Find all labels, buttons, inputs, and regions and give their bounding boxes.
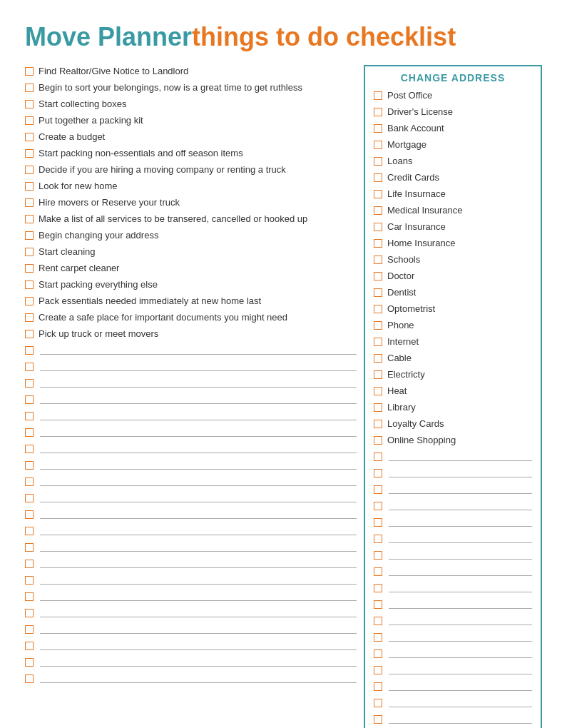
checkbox-icon[interactable] — [374, 157, 382, 166]
checkbox-icon[interactable] — [374, 584, 382, 592]
checkbox-icon[interactable] — [374, 633, 382, 642]
blank-line — [389, 485, 532, 494]
checkbox-icon[interactable] — [25, 527, 34, 535]
checkbox-icon[interactable] — [25, 67, 34, 76]
checkbox-icon[interactable] — [25, 198, 34, 207]
checkbox-icon[interactable] — [374, 223, 382, 231]
left-blank-item — [25, 344, 357, 357]
checkbox-icon[interactable] — [25, 592, 34, 601]
checkbox-icon[interactable] — [25, 395, 34, 404]
checkbox-icon[interactable] — [374, 173, 382, 182]
checkbox-icon[interactable] — [25, 166, 34, 174]
checkbox-icon[interactable] — [25, 248, 34, 256]
checkbox-icon[interactable] — [25, 330, 34, 338]
checkbox-icon[interactable] — [374, 649, 382, 658]
checkbox-icon[interactable] — [374, 535, 382, 543]
checkbox-icon[interactable] — [25, 379, 34, 388]
checkbox-icon[interactable] — [374, 567, 382, 576]
checkbox-icon[interactable] — [25, 116, 34, 125]
item-text: Bank Account — [387, 123, 444, 135]
blank-line — [389, 633, 532, 642]
right-blank-item — [374, 631, 532, 644]
item-text: Find Realtor/Give Notice to Landlord — [39, 66, 188, 78]
checkbox-icon[interactable] — [374, 682, 382, 691]
checkbox-icon[interactable] — [25, 412, 34, 420]
right-blank-item — [374, 516, 532, 529]
checkbox-icon[interactable] — [25, 510, 34, 519]
checkbox-icon[interactable] — [374, 617, 382, 625]
checkbox-icon[interactable] — [25, 313, 34, 322]
blank-line — [40, 625, 357, 634]
right-blank-item — [374, 615, 532, 627]
checkbox-icon[interactable] — [374, 124, 382, 133]
checkbox-icon[interactable] — [374, 206, 382, 215]
checkbox-icon[interactable] — [374, 420, 382, 428]
checkbox-icon[interactable] — [374, 190, 382, 198]
checkbox-icon[interactable] — [374, 518, 382, 527]
checkbox-icon[interactable] — [25, 363, 34, 371]
checkbox-icon[interactable] — [25, 674, 34, 683]
checkbox-icon[interactable] — [25, 100, 34, 108]
checkbox-icon[interactable] — [374, 551, 382, 560]
checkbox-icon[interactable] — [374, 354, 382, 363]
blank-line — [40, 412, 357, 420]
checkbox-icon[interactable] — [374, 666, 382, 674]
checkbox-icon[interactable] — [25, 84, 34, 92]
checkbox-icon[interactable] — [25, 477, 34, 486]
checkbox-icon[interactable] — [374, 453, 382, 461]
checkbox-icon[interactable] — [25, 428, 34, 437]
checkbox-icon[interactable] — [25, 543, 34, 552]
checkbox-icon[interactable] — [374, 141, 382, 149]
checkbox-icon[interactable] — [25, 182, 34, 191]
checkbox-icon[interactable] — [25, 445, 34, 453]
checkbox-icon[interactable] — [25, 280, 34, 289]
left-blank-item — [25, 541, 357, 554]
checkbox-icon[interactable] — [25, 642, 34, 650]
checkbox-icon[interactable] — [374, 272, 382, 280]
checkbox-icon[interactable] — [374, 600, 382, 609]
blank-line — [389, 584, 532, 592]
checkbox-icon[interactable] — [374, 91, 382, 100]
left-blank-item — [25, 607, 357, 620]
left-list-item: Begin to sort your belongings, now is a … — [25, 81, 357, 94]
blank-line — [389, 649, 532, 658]
left-blank-item — [25, 393, 357, 406]
checkbox-icon[interactable] — [25, 346, 34, 355]
checkbox-icon[interactable] — [374, 370, 382, 379]
checkbox-icon[interactable] — [25, 133, 34, 141]
checkbox-icon[interactable] — [374, 305, 382, 313]
checkbox-icon[interactable] — [25, 658, 34, 667]
checkbox-icon[interactable] — [25, 297, 34, 305]
checkbox-icon[interactable] — [25, 560, 34, 568]
blank-line — [389, 699, 532, 707]
checkbox-icon[interactable] — [25, 609, 34, 617]
checkbox-icon[interactable] — [374, 699, 382, 707]
right-list-item: Bank Account — [374, 122, 532, 135]
checkbox-icon[interactable] — [374, 288, 382, 297]
checkbox-icon[interactable] — [25, 461, 34, 470]
checkbox-icon[interactable] — [374, 338, 382, 346]
checkbox-icon[interactable] — [25, 149, 34, 158]
checkbox-icon[interactable] — [25, 231, 34, 240]
checkbox-icon[interactable] — [374, 436, 382, 445]
checkbox-icon[interactable] — [25, 215, 34, 223]
checkbox-icon[interactable] — [374, 256, 382, 264]
checkbox-icon[interactable] — [374, 502, 382, 510]
checkbox-icon[interactable] — [374, 387, 382, 395]
checkbox-icon[interactable] — [25, 264, 34, 273]
checkbox-icon[interactable] — [374, 715, 382, 724]
checkbox-icon[interactable] — [25, 494, 34, 502]
checkbox-icon[interactable] — [374, 321, 382, 330]
checkbox-icon[interactable] — [374, 108, 382, 116]
left-list-item: Start collecting boxes — [25, 98, 357, 111]
checkbox-icon[interactable] — [374, 239, 382, 248]
checkbox-icon[interactable] — [374, 403, 382, 412]
right-list-item: Doctor — [374, 270, 532, 283]
blank-line — [40, 576, 357, 585]
checkbox-icon[interactable] — [374, 469, 382, 477]
checkbox-icon[interactable] — [374, 485, 382, 494]
checkbox-icon[interactable] — [25, 625, 34, 634]
checkbox-icon[interactable] — [25, 576, 34, 585]
main-content: Find Realtor/Give Notice to LandlordBegi… — [25, 65, 542, 728]
item-text: Pack essentials needed immediately at ne… — [39, 295, 261, 308]
